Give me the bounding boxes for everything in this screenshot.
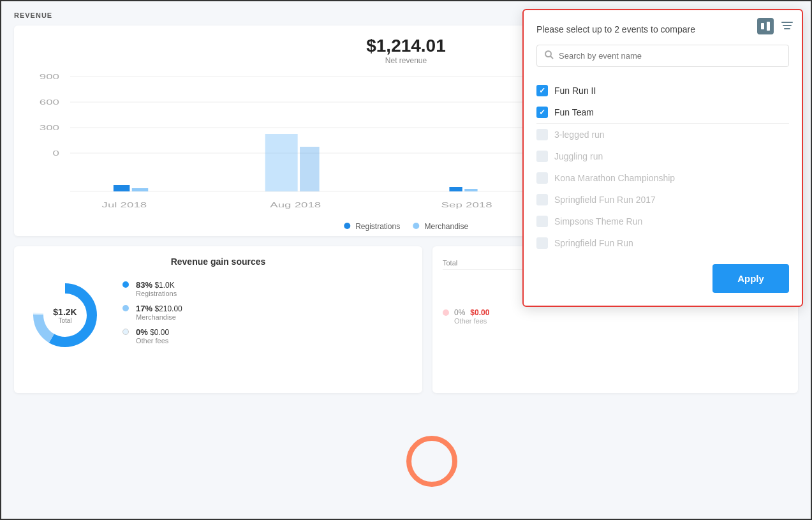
donut-container: $1.2K Total (27, 277, 103, 353)
legend-item-registrations: 83% $1.0K Registrations (122, 280, 182, 297)
event-name-3-legged: 3-legged run (554, 130, 605, 140)
svg-text:600: 600 (40, 98, 59, 106)
event-item-kona[interactable]: Kona Marathon Championship (536, 167, 789, 189)
svg-text:0: 0 (53, 149, 59, 157)
event-name-fun-run-ii: Fun Run II (554, 85, 596, 96)
search-icon (545, 50, 554, 61)
checkbox-fun-team[interactable] (536, 107, 548, 118)
chart-legend: Registrations Merchandise (344, 222, 468, 231)
svg-rect-24 (761, 23, 764, 29)
svg-rect-25 (767, 22, 770, 31)
donut-total-label: Total (53, 317, 77, 324)
unchecked-events-list: 3-legged run Juggling run Kona Marathon … (536, 124, 789, 254)
checkbox-kona[interactable] (536, 172, 548, 184)
checkbox-fun-run-ii[interactable] (536, 85, 548, 96)
other-fees-right-dot (443, 309, 449, 316)
other-fees-right-pct: 0% (454, 308, 465, 317)
compare-icon[interactable] (757, 18, 774, 34)
checked-events-list: Fun Run II Fun Team (536, 80, 789, 123)
event-item-springfield-2017[interactable]: Springfield Fun Run 2017 (536, 189, 789, 211)
event-name-springfield-2017: Springfield Fun Run 2017 (554, 195, 656, 205)
unchecked-events-section[interactable]: 3-legged run Juggling run Kona Marathon … (536, 123, 789, 254)
popup-title: Please select up to 2 events to compare (536, 24, 789, 34)
registrations-dot (344, 223, 350, 229)
svg-line-30 (550, 56, 553, 59)
other-fees-right-amount: $0.00 (470, 308, 489, 317)
event-name-fun-team: Fun Team (554, 107, 594, 117)
filter-icon[interactable] (781, 20, 793, 33)
donut-amount: $1.2K (53, 307, 77, 317)
legend-item-merchandise: 17% $210.00 Merchandise (122, 304, 182, 321)
event-item-3-legged[interactable]: 3-legged run (536, 124, 789, 145)
merchandise-legend-dot (122, 305, 129, 311)
svg-rect-9 (114, 185, 129, 191)
legend-merchandise: Merchandise (413, 222, 468, 231)
svg-text:300: 300 (40, 124, 59, 131)
revenue-sources-title: Revenue gain sources (27, 256, 410, 267)
event-item-springfield[interactable]: Springfield Fun Run (536, 232, 789, 254)
svg-rect-12 (300, 147, 320, 191)
event-item-fun-run-ii[interactable]: Fun Run II (536, 80, 789, 101)
event-name-simpsons: Simpsons Theme Run (554, 216, 642, 227)
svg-text:Aug 2018: Aug 2018 (270, 201, 321, 209)
popup-panel: Please select up to 2 events to compare … (522, 9, 803, 307)
merchandise-label: Merchandise (425, 222, 469, 231)
event-name-kona: Kona Marathon Championship (554, 173, 675, 183)
search-input[interactable] (559, 51, 781, 61)
legend-item-other-fees: 0% $0.00 Other fees (122, 327, 182, 345)
other-fees-right-label: Other fees (454, 317, 788, 325)
svg-point-29 (545, 51, 551, 57)
checkbox-juggling[interactable] (536, 151, 548, 162)
event-item-juggling[interactable]: Juggling run (536, 145, 789, 167)
donut-center-label: $1.2K Total (53, 307, 77, 324)
event-item-fun-team[interactable]: Fun Team (536, 101, 789, 123)
checkbox-3-legged[interactable] (536, 129, 548, 140)
event-name-springfield: Springfield Fun Run (554, 238, 633, 248)
merchandise-legend-text: 17% $210.00 Merchandise (136, 304, 182, 321)
registrations-legend-dot (122, 281, 129, 288)
checkbox-springfield[interactable] (536, 237, 548, 249)
other-fees-legend-text: 0% $0.00 Other fees (136, 327, 169, 345)
svg-text:900: 900 (40, 73, 59, 80)
legend-registrations: Registrations (344, 222, 400, 231)
registrations-legend-text: 83% $1.0K Registrations (136, 280, 177, 297)
svg-rect-10 (132, 188, 148, 191)
registrations-label: Registrations (355, 222, 400, 231)
svg-rect-11 (265, 134, 298, 191)
apply-button[interactable]: Apply (712, 264, 789, 293)
revenue-sources-card: Revenue gain sources $1.2K (14, 246, 422, 393)
merchandise-dot (413, 223, 419, 229)
other-fees-right-row: 0% $0.00 (443, 308, 788, 317)
orange-circle-decoration (406, 436, 457, 487)
other-fees-legend-dot (122, 329, 129, 335)
revenue-legend-list: 83% $1.0K Registrations 17% $210.00 Merc… (122, 280, 182, 351)
event-name-juggling: Juggling run (554, 151, 603, 161)
svg-text:Jul 2018: Jul 2018 (102, 201, 147, 209)
event-item-simpsons[interactable]: Simpsons Theme Run (536, 211, 789, 232)
svg-text:Sep 2018: Sep 2018 (441, 201, 492, 209)
popup-top-icons (757, 18, 793, 34)
search-box[interactable] (536, 45, 789, 67)
svg-rect-13 (449, 187, 462, 191)
checkbox-springfield-2017[interactable] (536, 194, 548, 205)
main-content: REVENUE $1,214.01 Net revenue 900 600 30… (1, 1, 811, 519)
svg-rect-14 (464, 189, 477, 191)
checkbox-simpsons[interactable] (536, 216, 548, 227)
donut-section: $1.2K Total 83% $1.0K Registrations (27, 277, 410, 353)
